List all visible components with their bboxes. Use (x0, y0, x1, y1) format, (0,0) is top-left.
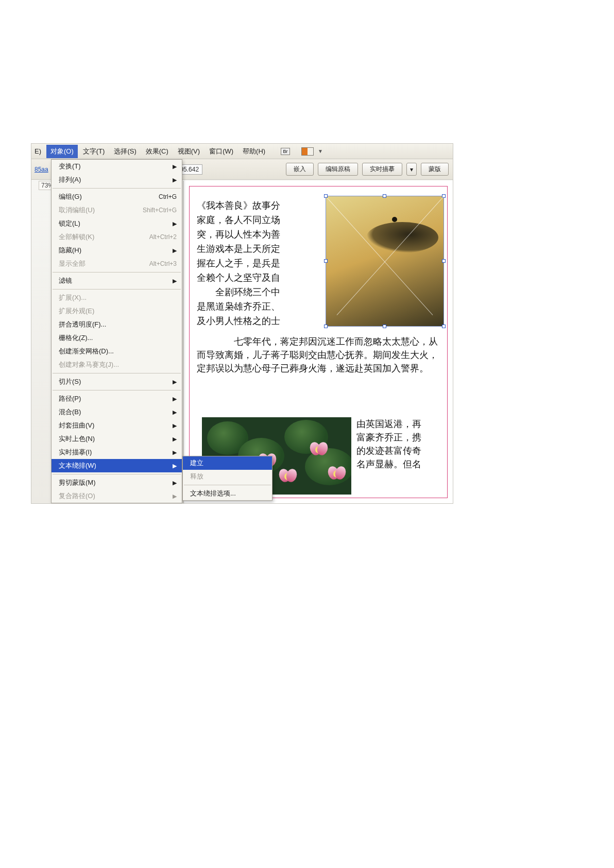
menu-select[interactable]: 选择(S) (110, 145, 140, 158)
embed-button[interactable]: 嵌入 (286, 163, 314, 176)
menu-window[interactable]: 窗口(W) (205, 145, 237, 158)
live-trace-button[interactable]: 实时描摹 (362, 163, 402, 176)
menu-live-paint[interactable]: 实时上色(N)▶ (52, 432, 182, 446)
live-trace-dropdown[interactable]: ▾ (406, 163, 417, 176)
panel-layout-icon (301, 147, 314, 156)
menu-lock[interactable]: 锁定(L)▶ (52, 217, 182, 230)
selection-handle[interactable] (324, 325, 328, 328)
chevron-down-icon: ▼ (318, 148, 323, 154)
selection-handle[interactable] (324, 194, 328, 198)
menu-expand-appearance: 扩展外观(E) (52, 304, 182, 318)
menu-path[interactable]: 路径(P)▶ (52, 392, 182, 405)
selection-handle[interactable] (324, 259, 328, 263)
menu-compound-path: 复合路径(O)▶ (52, 489, 182, 503)
artboard: 《我本善良》故事分 家庭，各人不同立场 突，再以人性本为善 生游戏本是上天所定 … (189, 186, 448, 498)
panel-layout-button[interactable]: ▼ (301, 147, 323, 156)
mask-button[interactable]: 蒙版 (421, 163, 449, 176)
image-content (366, 222, 438, 253)
image-content (310, 442, 328, 455)
menu-blend[interactable]: 混合(B)▶ (52, 405, 182, 419)
menu-separator (53, 188, 181, 189)
menu-clipping-mask[interactable]: 剪切蒙版(M)▶ (52, 476, 182, 489)
menu-object[interactable]: 对象(O) (46, 145, 78, 158)
bridge-icon: Br (281, 148, 290, 155)
image-content (392, 217, 397, 222)
selection-handle[interactable] (383, 325, 386, 328)
text-wrap-submenu: 建立 释放 文本绕排选项... (182, 456, 272, 501)
placed-image-face[interactable] (326, 196, 444, 327)
menu-expand: 扩展(X)... (52, 291, 182, 304)
menu-view[interactable]: 视图(V) (174, 145, 204, 158)
menu-separator (53, 272, 181, 273)
menu-truncated: E) (35, 145, 45, 157)
submenu-make[interactable]: 建立 (183, 456, 272, 470)
image-content (328, 466, 346, 480)
object-menu: 变换(T)▶ 排列(A)▶ 编组(G)Ctrl+G 取消编组(U)Shift+C… (51, 159, 182, 503)
menu-transform[interactable]: 变换(T)▶ (52, 160, 182, 173)
submenu-options[interactable]: 文本绕排选项... (183, 487, 272, 500)
text-frame-2[interactable]: 七零年代，蒋定邦因沉迷工作而忽略太太慧心，从而导致离婚，儿子蒋子聪则交由慧心抚养… (197, 335, 440, 376)
canvas[interactable]: 《我本善良》故事分 家庭，各人不同立场 突，再以人性本为善 生游戏本是上天所定 … (183, 181, 453, 503)
menu-unlock-all: 全部解锁(K)Alt+Ctrl+2 (52, 230, 182, 244)
menu-slice[interactable]: 切片(S)▶ (52, 375, 182, 388)
image-content (279, 469, 297, 482)
menubar: E) 对象(O) 文字(T) 选择(S) 效果(C) 视图(V) 窗口(W) 帮… (31, 144, 453, 159)
text-frame-3[interactable]: 由英国返港，再 富豪齐乔正，携 的发迹甚富传奇 名声显赫。但名 (356, 417, 440, 471)
menu-gradient-mesh[interactable]: 创建渐变网格(D)... (52, 345, 182, 358)
linked-file-name[interactable]: 85aa (35, 166, 48, 173)
menu-filter[interactable]: 滤镜▶ (52, 274, 182, 287)
menu-arrange[interactable]: 排列(A)▶ (52, 173, 182, 186)
menu-separator (53, 373, 181, 373)
selection-handle[interactable] (442, 259, 446, 263)
menu-effect[interactable]: 效果(C) (142, 145, 173, 158)
app-window: E) 对象(O) 文字(T) 选择(S) 效果(C) 视图(V) 窗口(W) 帮… (31, 143, 453, 504)
edit-original-button[interactable]: 编辑原稿 (318, 163, 358, 176)
menu-separator (184, 485, 271, 485)
menu-text-wrap[interactable]: 文本绕排(W)▶ (52, 459, 182, 472)
menu-live-trace[interactable]: 实时描摹(I)▶ (52, 446, 182, 459)
menu-help[interactable]: 帮助(H) (238, 145, 269, 158)
menu-show-all: 显示全部Alt+Ctrl+3 (52, 257, 182, 270)
bridge-button[interactable]: Br (281, 148, 290, 155)
menu-ungroup: 取消编组(U)Shift+Ctrl+G (52, 203, 182, 217)
menu-envelope-distort[interactable]: 封套扭曲(V)▶ (52, 419, 182, 432)
menu-separator (53, 474, 181, 474)
menu-rasterize[interactable]: 栅格化(Z)... (52, 331, 182, 345)
menu-type[interactable]: 文字(T) (79, 145, 109, 158)
selection-handle[interactable] (442, 194, 446, 198)
submenu-release: 释放 (183, 470, 272, 483)
menu-separator (53, 390, 181, 390)
menu-object-mosaic: 创建对象马赛克(J)... (52, 358, 182, 371)
menu-flatten-transparency[interactable]: 拼合透明度(F)... (52, 318, 182, 331)
menu-hide[interactable]: 隐藏(H)▶ (52, 244, 182, 257)
menu-separator (53, 289, 181, 290)
menu-group[interactable]: 编组(G)Ctrl+G (52, 190, 182, 203)
selection-handle[interactable] (442, 325, 446, 328)
selection-handle[interactable] (383, 194, 386, 198)
